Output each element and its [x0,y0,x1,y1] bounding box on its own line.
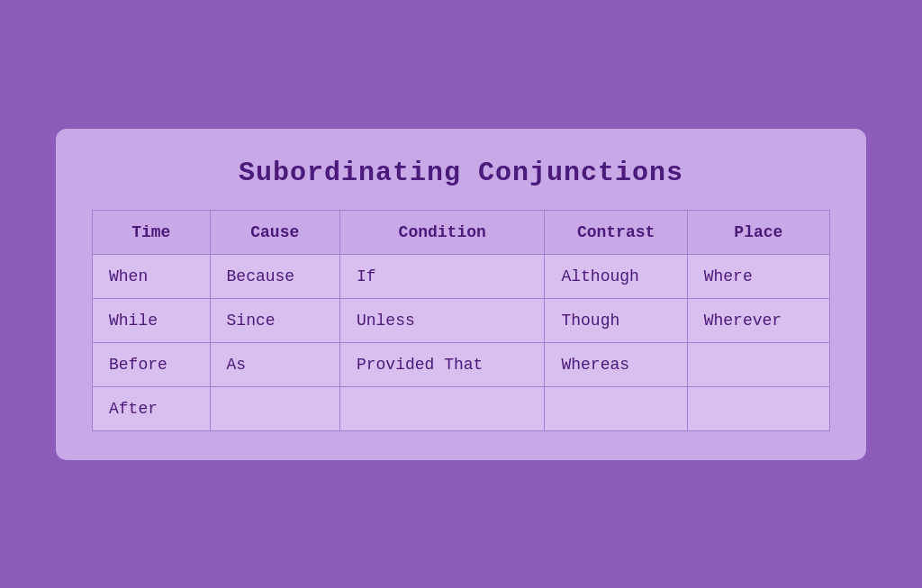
col-header-cause: Cause [210,210,339,254]
cell-contrast: Whereas [545,342,687,386]
col-header-place: Place [687,210,829,254]
col-header-condition: Condition [339,210,545,254]
conjunctions-table: Time Cause Condition Contrast Place When… [92,210,830,431]
cell-condition: Unless [339,298,545,342]
cell-place: Where [687,254,829,298]
cell-contrast: Although [545,254,687,298]
table-row: WhenBecauseIfAlthoughWhere [93,254,830,298]
table-row: WhileSinceUnlessThoughWherever [93,298,830,342]
table-row: BeforeAsProvided ThatWhereas [93,342,830,386]
main-card: Subordinating Conjunctions Time Cause Co… [56,129,866,460]
cell-time: Before [93,342,211,386]
col-header-time: Time [93,210,211,254]
cell-time: While [93,298,211,342]
cell-cause: Because [210,254,339,298]
cell-place [687,386,829,430]
cell-condition [339,386,545,430]
cell-time: After [93,386,211,430]
cell-time: When [93,254,211,298]
cell-cause: As [210,342,339,386]
cell-contrast: Though [545,298,687,342]
cell-cause [210,386,339,430]
cell-place: Wherever [687,298,829,342]
cell-condition: Provided That [339,342,545,386]
cell-cause: Since [210,298,339,342]
cell-place [687,342,829,386]
col-header-contrast: Contrast [545,210,687,254]
table-row: After [93,386,830,430]
header-row: Time Cause Condition Contrast Place [93,210,830,254]
cell-contrast [545,386,687,430]
page-title: Subordinating Conjunctions [92,158,830,188]
cell-condition: If [339,254,545,298]
